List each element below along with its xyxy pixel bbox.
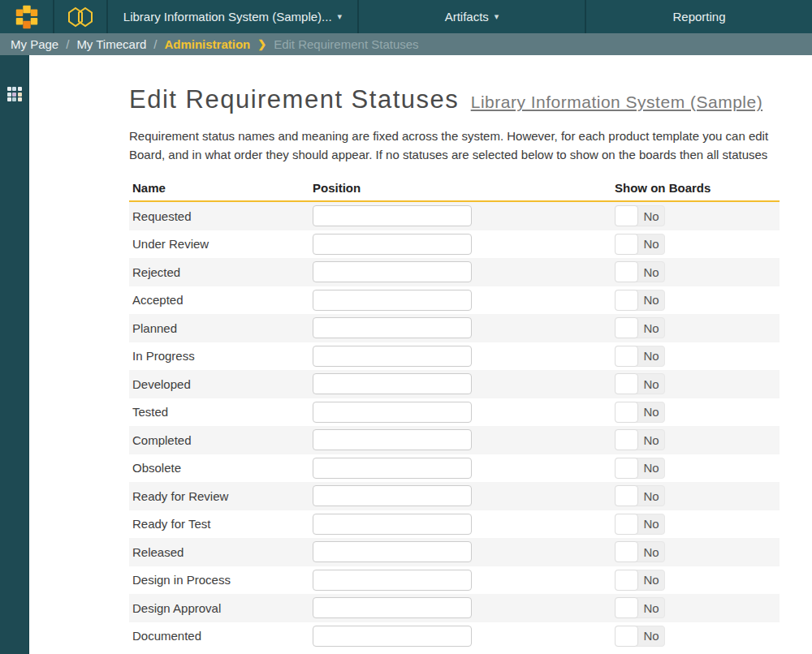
status-name: Released	[129, 545, 313, 559]
header-position: Position	[313, 181, 615, 195]
status-table-body: Requested No Under Review No Rejected	[129, 202, 780, 650]
position-input[interactable]	[313, 458, 472, 479]
position-input[interactable]	[313, 261, 472, 282]
status-name: Rejected	[129, 265, 313, 279]
show-on-boards-toggle[interactable]: No	[615, 429, 665, 450]
position-input[interactable]	[313, 205, 472, 226]
toggle-label: No	[638, 374, 664, 394]
show-on-boards-toggle[interactable]: No	[615, 458, 665, 479]
show-on-boards-toggle[interactable]: No	[615, 373, 665, 394]
page-title: Edit Requirement Statuses	[129, 85, 459, 114]
page-description: Requirement status names and meaning are…	[129, 127, 812, 164]
toggle-knob	[615, 458, 638, 479]
toggle-knob	[615, 205, 638, 226]
position-input[interactable]	[313, 485, 472, 506]
status-name: Documented	[129, 629, 313, 643]
status-name: Planned	[129, 321, 313, 335]
toggle-label: No	[638, 262, 664, 282]
status-name: Obsolete	[129, 461, 313, 475]
artifacts-menu-dropdown[interactable]: Artifacts ▾	[357, 0, 585, 33]
toggle-label: No	[638, 430, 664, 450]
position-input[interactable]	[313, 514, 472, 535]
table-row: Ready for Review No	[129, 482, 780, 510]
reporting-menu-item[interactable]: Reporting	[585, 0, 812, 33]
product-menu-dropdown[interactable]: Library Information System (Sample)... ▾	[106, 0, 357, 33]
toggle-label: No	[638, 598, 664, 617]
description-line-1: Requirement status names and meaning are…	[129, 127, 812, 145]
toggle-label: No	[638, 626, 664, 646]
inflectra-logo-button[interactable]	[0, 0, 53, 33]
toggle-knob	[615, 485, 638, 506]
status-name: Ready for Review	[129, 489, 313, 503]
toggle-label: No	[638, 486, 664, 506]
show-on-boards-toggle[interactable]: No	[615, 514, 665, 535]
position-input[interactable]	[313, 346, 472, 367]
status-name: Developed	[129, 377, 313, 391]
table-row: Ready for Test No	[129, 510, 780, 539]
toggle-label: No	[638, 346, 664, 366]
position-input[interactable]	[313, 597, 472, 618]
title-row: Edit Requirement Statuses Library Inform…	[129, 85, 812, 114]
show-on-boards-toggle[interactable]: No	[615, 346, 665, 367]
position-input[interactable]	[313, 234, 472, 255]
status-name: Under Review	[129, 237, 313, 251]
position-input[interactable]	[313, 317, 472, 338]
hexagons-icon	[65, 6, 96, 28]
show-on-boards-toggle[interactable]: No	[615, 570, 665, 591]
toggle-knob	[615, 514, 638, 535]
position-input[interactable]	[313, 373, 472, 394]
breadcrumb: My Page / My Timecard / Administration ❯…	[0, 33, 812, 55]
show-on-boards-toggle[interactable]: No	[615, 485, 665, 506]
inflectra-logo-icon	[13, 3, 41, 31]
status-name: Accepted	[129, 293, 313, 307]
show-on-boards-toggle[interactable]: No	[615, 234, 665, 255]
position-input[interactable]	[313, 541, 472, 562]
toggle-knob	[615, 373, 638, 394]
table-row: Accepted No	[129, 286, 780, 315]
position-input[interactable]	[313, 290, 472, 311]
page-layout: Edit Requirement Statuses Library Inform…	[0, 55, 812, 654]
toggle-knob	[615, 626, 638, 647]
table-row: Under Review No	[129, 230, 780, 259]
breadcrumb-administration[interactable]: Administration	[164, 37, 250, 51]
position-input[interactable]	[313, 626, 472, 647]
table-row: Developed No	[129, 370, 780, 398]
breadcrumb-separator: /	[153, 37, 157, 51]
toggle-knob	[615, 317, 638, 338]
toggle-knob	[615, 570, 638, 591]
show-on-boards-toggle[interactable]: No	[615, 541, 665, 562]
show-on-boards-toggle[interactable]: No	[615, 261, 665, 282]
position-input[interactable]	[313, 570, 472, 591]
product-menu-label: Library Information System (Sample)...	[123, 10, 332, 24]
toggle-label: No	[638, 206, 664, 226]
table-row: Tested No	[129, 398, 780, 427]
toggle-label: No	[638, 234, 664, 254]
show-on-boards-toggle[interactable]: No	[615, 402, 665, 423]
toggle-knob	[615, 597, 638, 618]
position-input[interactable]	[313, 402, 472, 423]
status-table-header: Name Position Show on Boards	[129, 181, 780, 202]
product-title-link[interactable]: Library Information System (Sample)	[471, 93, 762, 111]
caret-down-icon: ▾	[338, 11, 343, 22]
grid-menu-icon[interactable]	[7, 87, 22, 101]
workspace-hexagons-button[interactable]	[53, 0, 106, 33]
status-name: Completed	[129, 433, 313, 447]
artifacts-menu-label: Artifacts	[445, 10, 489, 24]
toggle-label: No	[638, 402, 664, 422]
table-row: Design in Process No	[129, 566, 780, 595]
show-on-boards-toggle[interactable]: No	[615, 597, 665, 618]
show-on-boards-toggle[interactable]: No	[615, 205, 665, 226]
breadcrumb-my-page[interactable]: My Page	[11, 37, 58, 51]
toggle-label: No	[638, 570, 664, 590]
show-on-boards-toggle[interactable]: No	[615, 290, 665, 311]
breadcrumb-my-timecard[interactable]: My Timecard	[76, 37, 146, 51]
table-row: Obsolete No	[129, 454, 780, 483]
show-on-boards-toggle[interactable]: No	[615, 317, 665, 338]
table-row: In Progress No	[129, 342, 780, 371]
breadcrumb-current-page: Edit Requirement Statuses	[274, 37, 418, 51]
toggle-label: No	[638, 290, 664, 310]
table-row: Completed No	[129, 426, 780, 454]
toggle-knob	[615, 234, 638, 255]
show-on-boards-toggle[interactable]: No	[615, 626, 665, 647]
position-input[interactable]	[313, 429, 472, 450]
